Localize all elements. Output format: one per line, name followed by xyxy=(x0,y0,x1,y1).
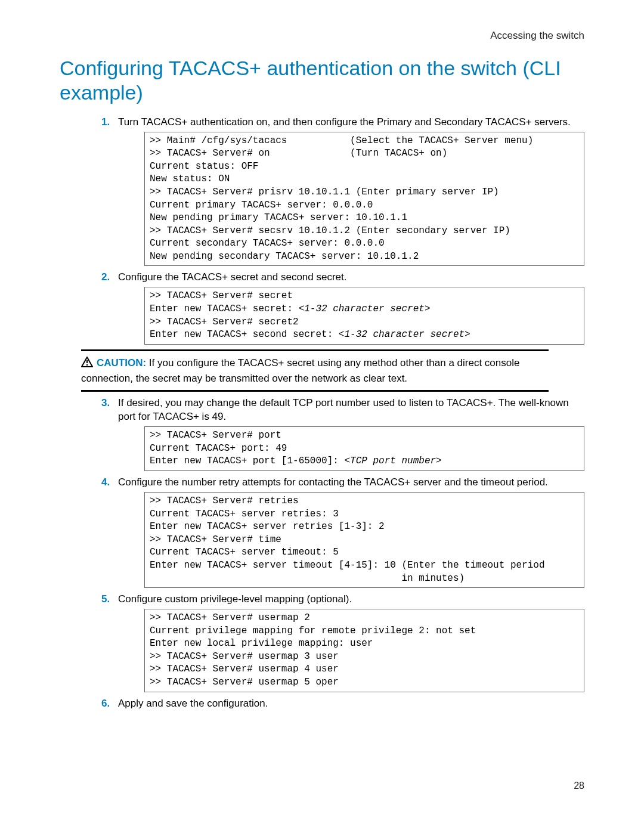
step-2: 2. Configure the TACACS+ secret and seco… xyxy=(101,271,584,344)
code-block: >> TACACS+ Server# usermap 2 Current pri… xyxy=(144,609,584,692)
step-number: 5. xyxy=(101,593,110,606)
step-number: 4. xyxy=(101,476,110,490)
step-number: 1. xyxy=(101,116,110,129)
caution-box: CAUTION: If you configure the TACACS+ se… xyxy=(81,349,549,392)
step-number: 2. xyxy=(101,271,110,284)
svg-point-2 xyxy=(86,364,88,366)
code-block: >> TACACS+ Server# port Current TACACS+ … xyxy=(144,426,584,471)
step-6: 6. Apply and save the configuration. xyxy=(101,697,584,711)
step-3: 3. If desired, you may change the defaul… xyxy=(101,397,584,471)
step-text: If desired, you may change the default T… xyxy=(118,397,569,422)
caution-label: CAUTION: xyxy=(97,357,146,368)
code-block: >> TACACS+ Server# secret Enter new TACA… xyxy=(144,287,584,344)
step-number: 6. xyxy=(101,697,110,711)
step-number: 3. xyxy=(101,397,110,410)
page-number: 28 xyxy=(574,781,584,791)
step-text: Configure custom privilege-level mapping… xyxy=(118,593,352,605)
page-title: Configuring TACACS+ authentication on th… xyxy=(60,56,584,105)
step-4: 4. Configure the number retry attempts f… xyxy=(101,476,584,588)
document-page: Accessing the switch Configuring TACACS+… xyxy=(0,0,644,833)
steps-list-a: 1. Turn TACACS+ authentication on, and t… xyxy=(101,116,584,345)
code-block: >> Main# /cfg/sys/tacacs (Select the TAC… xyxy=(144,132,584,267)
step-text: Configure the TACACS+ secret and second … xyxy=(118,271,347,283)
section-header: Accessing the switch xyxy=(60,30,584,42)
step-text: Apply and save the configuration. xyxy=(118,698,268,709)
code-block: >> TACACS+ Server# retries Current TACAC… xyxy=(144,492,584,588)
caution-text: If you configure the TACACS+ secret usin… xyxy=(81,357,519,384)
step-text: Turn TACACS+ authentication on, and then… xyxy=(118,116,571,128)
step-1: 1. Turn TACACS+ authentication on, and t… xyxy=(101,116,584,267)
step-5: 5. Configure custom privilege-level mapp… xyxy=(101,593,584,692)
steps-list-b: 3. If desired, you may change the defaul… xyxy=(101,397,584,710)
caution-icon xyxy=(81,357,93,371)
step-text: Configure the number retry attempts for … xyxy=(118,476,548,488)
